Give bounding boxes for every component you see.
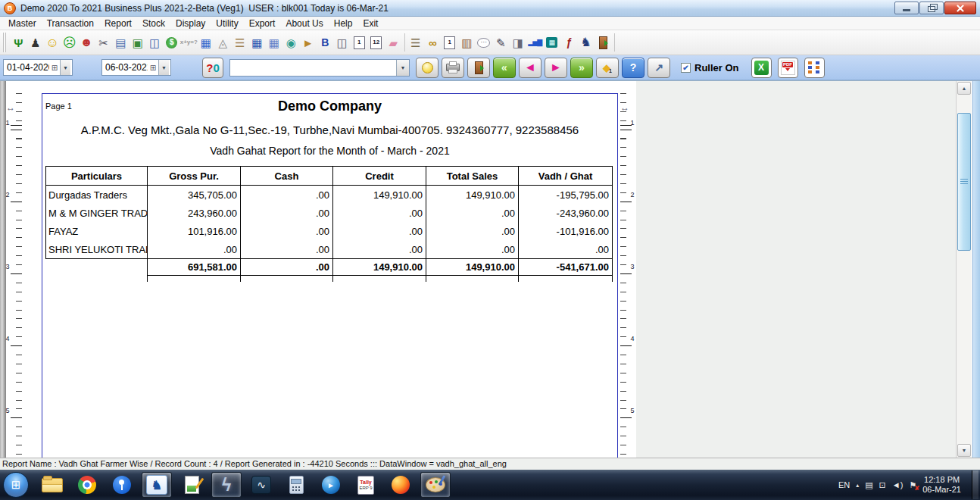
minimize-button[interactable] [894, 2, 919, 14]
taskbar-lightning-app[interactable]: ϟ [211, 472, 242, 498]
function-icon[interactable]: ƒ [560, 33, 578, 52]
table-row[interactable]: SHRI YELUKOTI TRADE .00 .00 .00 .00 .00 [46, 240, 613, 259]
volume-icon[interactable]: ◄) [892, 480, 904, 489]
bold-icon[interactable]: B [317, 33, 334, 52]
table-row[interactable]: FAYAZ 101,916.00 .00 .00 .00 -101,916.00 [46, 222, 613, 240]
money-bag-icon[interactable]: $ [164, 33, 181, 52]
happy-face-icon[interactable]: ☺ [44, 33, 61, 52]
clock[interactable]: 12:18 PM 06-Mar-21 [922, 475, 961, 495]
light-bulb-button[interactable] [416, 58, 439, 78]
window-icon[interactable]: ◫ [146, 33, 164, 52]
menu-item-about-us[interactable]: About Us [280, 17, 328, 30]
protractor-icon[interactable]: ◬ [214, 33, 232, 52]
eraser-icon[interactable]: ▰ [385, 33, 402, 52]
page-one-icon[interactable]: 1 [351, 33, 368, 52]
table-row[interactable]: Durgadas Traders 345,705.00 .00 149,910.… [46, 186, 613, 205]
previous-page-button[interactable]: ◄ [519, 58, 541, 78]
database-icon[interactable]: ☰ [232, 33, 249, 52]
action-flag-icon[interactable]: ⚑✘ [909, 480, 916, 490]
first-page-button[interactable]: « [493, 58, 516, 78]
comment-icon[interactable]: … [476, 33, 493, 52]
to-date-input[interactable] [102, 60, 148, 75]
taskbar-editor[interactable] [176, 472, 207, 498]
export-button[interactable]: ↗ [648, 58, 670, 78]
taskbar-business-plus[interactable]: ♞ [142, 472, 172, 498]
cabinet-add-icon[interactable]: ▥ [458, 33, 476, 52]
table-row[interactable]: M & M GINGER TRADIN 243,960.00 .00 .00 .… [46, 204, 613, 222]
taskbar-mysql[interactable]: ∿ [246, 472, 276, 498]
taskbar-maps-app[interactable] [107, 472, 137, 498]
taskbar-explorer[interactable] [37, 472, 67, 498]
search-glasses-icon[interactable]: ∞ [424, 33, 442, 52]
pages-icon[interactable]: ◫ [334, 33, 351, 52]
running-man-icon[interactable]: ♞ [578, 33, 595, 52]
sad-face-icon[interactable]: ☹ [61, 33, 79, 52]
scrollbar-thumb[interactable] [957, 113, 971, 251]
bar-chart-icon[interactable]: ▂▅▇ [526, 33, 544, 52]
exit-report-button[interactable] [467, 58, 490, 78]
query-count-button[interactable]: ?0 [202, 58, 223, 78]
database-add-icon[interactable]: ☰ [407, 33, 425, 52]
person-icon[interactable]: ♟ [27, 33, 45, 52]
next-page-button[interactable]: ► [545, 58, 567, 78]
print-button[interactable] [442, 58, 464, 78]
menu-item-master[interactable]: Master [3, 17, 42, 30]
restore-button[interactable] [919, 2, 944, 14]
exit-door-icon[interactable] [595, 33, 612, 52]
calendar-icon[interactable]: ⊞ [148, 60, 158, 75]
page-count-icon[interactable]: 12 [368, 33, 385, 52]
cut-icon[interactable]: ✂ [95, 33, 113, 52]
dispatch-icon[interactable]: ◉ [282, 33, 300, 52]
table-blue-icon[interactable]: ▦ [248, 33, 266, 52]
combo-dropdown[interactable]: ▼ [396, 60, 409, 76]
scroll-up-button[interactable]: ▲ [957, 82, 971, 95]
ruler-checkbox[interactable]: ✔ [681, 63, 691, 73]
taskbar-paint[interactable] [420, 472, 451, 498]
taskbar-tally[interactable]: TallyERP 9 [351, 472, 381, 498]
taskbar-chrome[interactable] [72, 472, 102, 498]
report-combo-input[interactable] [230, 60, 396, 76]
menu-item-export[interactable]: Export [244, 17, 281, 30]
taskbar-firefox[interactable] [385, 472, 416, 498]
menu-item-exit[interactable]: Exit [357, 17, 383, 30]
help-button[interactable]: ? [622, 58, 644, 78]
menu-item-transaction[interactable]: Transaction [42, 17, 99, 30]
folder-export-icon[interactable]: ► [300, 33, 317, 52]
grid-icon[interactable]: ▦ [198, 33, 215, 52]
hidden-icons-chevron[interactable]: ▴ [856, 482, 859, 489]
export-excel-button[interactable]: X [751, 58, 772, 78]
network-icon[interactable]: ⊡ [879, 480, 886, 490]
report-edit-icon[interactable]: ▤ [112, 33, 130, 52]
formula-icon[interactable]: x+y=? [180, 33, 198, 52]
last-page-button[interactable]: » [570, 58, 593, 78]
export-pdf-button[interactable]: PDF [778, 58, 798, 78]
from-date-dropdown[interactable]: ▼ [60, 60, 70, 75]
page-first-icon[interactable]: 1 [442, 33, 459, 52]
menu-item-display[interactable]: Display [170, 17, 211, 30]
menu-item-stock[interactable]: Stock [137, 17, 170, 30]
to-date-dropdown[interactable]: ▼ [158, 60, 169, 75]
scroll-down-button[interactable]: ▼ [957, 444, 971, 457]
menu-item-report[interactable]: Report [99, 17, 137, 30]
table-light-icon[interactable]: ▦ [266, 33, 283, 52]
language-indicator[interactable]: EN [838, 480, 850, 489]
taskbar-media-player[interactable]: ► [316, 472, 346, 498]
layout-button[interactable] [804, 58, 825, 78]
taskbar-calculator[interactable] [281, 472, 311, 498]
copy-structure-icon[interactable]: ▣ [130, 33, 147, 52]
palm-tree-icon[interactable]: Ψ [10, 33, 27, 52]
goto-page-button[interactable]: ◆1 [596, 58, 619, 78]
toolbar-grip[interactable] [3, 33, 6, 52]
mask-icon[interactable]: ☻ [78, 33, 95, 52]
calendar-icon[interactable]: ⊞ [49, 60, 60, 75]
from-date-input[interactable] [4, 60, 49, 75]
show-desktop-button[interactable] [972, 470, 978, 499]
notebook-pen-icon[interactable]: ✎ [492, 33, 510, 52]
action-center-icon[interactable]: ▤ [865, 480, 872, 490]
start-button[interactable]: ⊞ [3, 472, 29, 498]
server-database-icon[interactable]: ◨ [510, 33, 527, 52]
menu-item-help[interactable]: Help [329, 17, 358, 30]
menu-item-utility[interactable]: Utility [211, 17, 243, 30]
calculator-icon[interactable]: ▦ [544, 33, 561, 52]
close-button[interactable] [944, 2, 976, 14]
